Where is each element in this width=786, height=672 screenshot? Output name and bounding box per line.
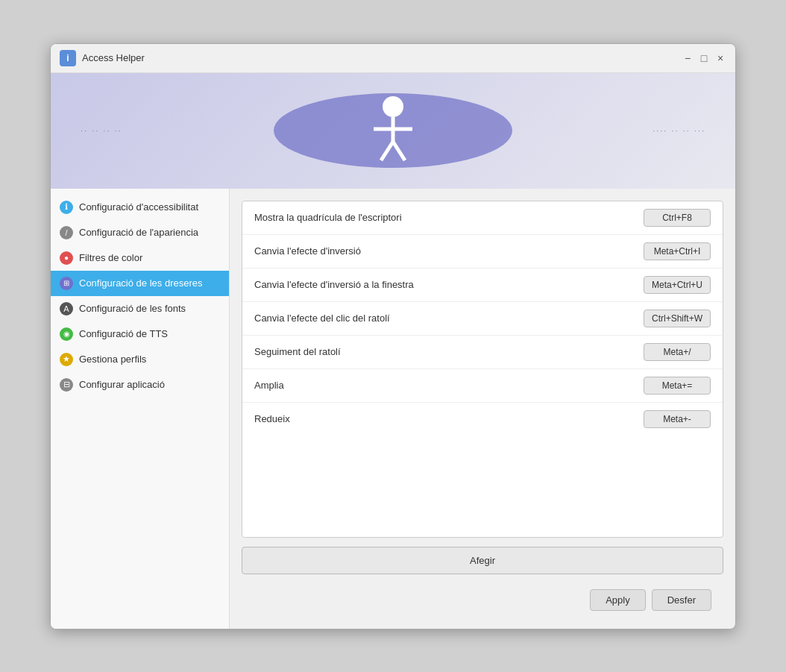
shortcut-key-3[interactable]: Ctrl+Shift+W (644, 310, 711, 327)
accessibility-icon: ℹ (60, 201, 73, 214)
shortcut-label-6: Redueix (254, 413, 290, 424)
sidebar-item-appearance[interactable]: / Configuració de l'apariencia (51, 220, 229, 245)
sidebar: ℹ Configuració d'accessibilitat / Config… (51, 189, 230, 629)
sidebar-item-profiles[interactable]: ★ Gestiona perfils (51, 347, 229, 372)
sidebar-item-app-config[interactable]: ⊟ Configurar aplicació (51, 372, 229, 398)
header-banner: ·· ·· ·· ·· ···· ·· ·· ··· (51, 73, 735, 189)
color-filters-icon: ● (60, 251, 73, 265)
tts-icon: ◉ (60, 327, 73, 341)
shortcut-key-1[interactable]: Meta+Ctrl+I (644, 242, 711, 260)
svg-line-3 (381, 142, 393, 160)
braille-right: ···· ·· ·· ··· (653, 126, 705, 135)
sidebar-item-shortcuts[interactable]: ⊞ Configuració de les dreseres (51, 271, 229, 296)
content-area: ℹ Configuració d'accessibilitat / Config… (51, 189, 735, 629)
accessibility-figure (363, 93, 423, 168)
shortcut-key-6[interactable]: Meta+- (644, 410, 711, 428)
table-row: Seguiment del ratolí Meta+/ (242, 336, 723, 369)
table-row: Redueix Meta+- (242, 403, 723, 436)
table-row: Canvia l'efecte d'inversió a la finestra… (242, 269, 723, 302)
shortcut-label-4: Seguiment del ratolí (254, 346, 341, 357)
shortcuts-icon: ⊞ (60, 277, 73, 290)
shortcut-key-4[interactable]: Meta+/ (644, 343, 711, 361)
apply-button[interactable]: Apply (590, 589, 646, 611)
shortcut-label-1: Canvia l'efecte d'inversió (254, 245, 361, 257)
window-title: Access Helper (82, 52, 145, 63)
shortcut-label-3: Canvia l'efecte del clic del ratolí (254, 313, 390, 324)
sidebar-label-appearance: Configuració de l'apariencia (79, 227, 198, 238)
undo-button[interactable]: Desfer (652, 589, 711, 611)
table-row: Amplia Meta+= (242, 369, 723, 403)
profiles-icon: ★ (60, 353, 73, 366)
shortcut-key-5[interactable]: Meta+= (644, 377, 711, 395)
sidebar-item-color-filters[interactable]: ● Filtres de color (51, 245, 229, 271)
app-icon: i (60, 50, 76, 66)
fonts-icon: A (60, 302, 73, 315)
sidebar-label-app-config: Configurar aplicació (79, 379, 165, 390)
main-window: i Access Helper − □ × ·· ·· ·· ·· ···· ·… (50, 43, 736, 629)
close-button[interactable]: × (714, 52, 726, 64)
svg-line-4 (393, 142, 405, 160)
braille-left: ·· ·· ·· ·· (81, 126, 122, 135)
table-row: Canvia l'efecte d'inversió Meta+Ctrl+I (242, 235, 723, 269)
main-panel: Mostra la quadrícula de l'escriptori Ctr… (230, 189, 735, 629)
sidebar-item-fonts[interactable]: A Configuració de les fonts (51, 296, 229, 321)
footer-buttons: Apply Desfer (242, 583, 723, 617)
shortcut-key-0[interactable]: Ctrl+F8 (644, 209, 711, 227)
sidebar-item-accessibility[interactable]: ℹ Configuració d'accessibilitat (51, 195, 229, 220)
table-row: Canvia l'efecte del clic del ratolí Ctrl… (242, 302, 723, 336)
sidebar-label-tts: Configuració de TTS (79, 328, 168, 339)
titlebar-controls: − □ × (682, 52, 726, 64)
svg-point-0 (383, 96, 403, 117)
add-button[interactable]: Afegir (242, 547, 723, 574)
table-row: Mostra la quadrícula de l'escriptori Ctr… (242, 201, 723, 235)
app-config-icon: ⊟ (60, 378, 73, 392)
minimize-button[interactable]: − (682, 52, 694, 64)
sidebar-label-shortcuts: Configuració de les dreseres (79, 277, 202, 289)
sidebar-item-tts[interactable]: ◉ Configuració de TTS (51, 321, 229, 347)
shortcut-label-5: Amplia (254, 380, 284, 391)
titlebar-left: i Access Helper (60, 50, 145, 66)
sidebar-label-accessibility: Configuració d'accessibilitat (79, 201, 198, 213)
shortcut-label-2: Canvia l'efecte d'inversió a la finestra (254, 279, 414, 290)
maximize-button[interactable]: □ (698, 52, 710, 64)
sidebar-label-profiles: Gestiona perfils (79, 354, 146, 365)
shortcuts-table: Mostra la quadrícula de l'escriptori Ctr… (242, 201, 723, 538)
shortcut-key-2[interactable]: Meta+Ctrl+U (644, 276, 711, 294)
appearance-icon: / (60, 226, 73, 239)
shortcut-label-0: Mostra la quadrícula de l'escriptori (254, 212, 402, 223)
sidebar-label-color-filters: Filtres de color (79, 252, 142, 263)
sidebar-label-fonts: Configuració de les fonts (79, 303, 186, 314)
titlebar: i Access Helper − □ × (51, 44, 735, 73)
